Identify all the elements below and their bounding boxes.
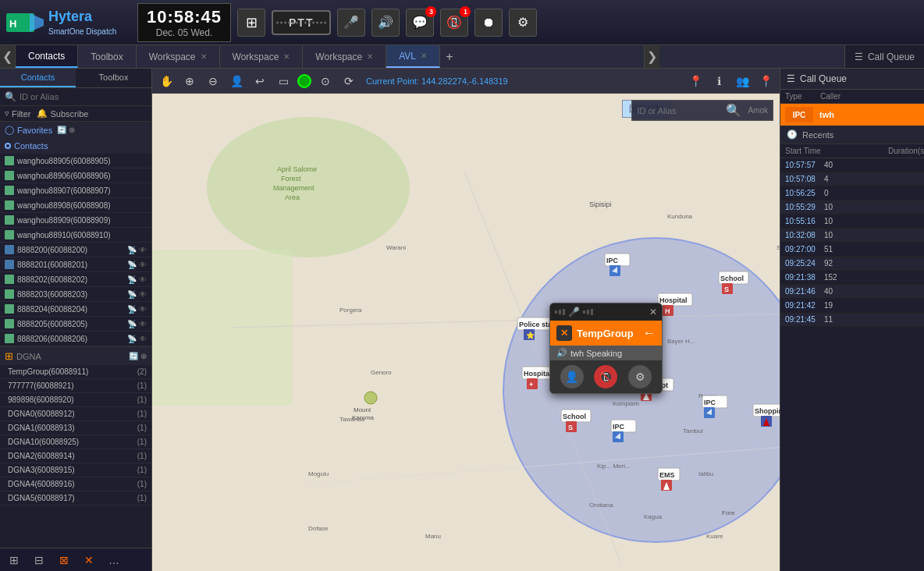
list-item[interactable]: 8888204(60088204) 📡 👁 (0, 302, 151, 317)
list-item[interactable]: 8888200(60088200) 📡 👁 (0, 243, 151, 257)
map-tool-refresh[interactable]: ⟳ (339, 72, 358, 90)
map-tool-location[interactable]: 📍 (756, 72, 775, 90)
list-item[interactable]: DGNA10(60088925) (1) (0, 435, 151, 449)
list-item[interactable]: 777777(60088921) (1) (0, 379, 151, 393)
ptt-button[interactable]: PTT (272, 10, 331, 35)
popup-user-button[interactable]: 👤 (560, 365, 584, 388)
map-tool-info[interactable]: ℹ (709, 72, 728, 90)
list-item[interactable]: wanghou88908(60088908) (0, 198, 151, 213)
call-queue-tab[interactable]: ☰ Call Queue (844, 45, 924, 68)
panel-tab-toolbox[interactable]: Toolbox (76, 69, 151, 87)
tab-avl-close[interactable]: ✕ (421, 51, 427, 60)
tab-add-button[interactable]: + (440, 45, 459, 68)
chat-button[interactable]: 💬3 (406, 9, 434, 37)
list-item[interactable]: 8888202(60088202) 📡 👁 (0, 272, 151, 287)
recent-item[interactable]: 09:21:46 40 (780, 285, 924, 299)
tab-workspace-3-close[interactable]: ✕ (367, 52, 373, 61)
tab-avl[interactable]: AVL ✕ (386, 45, 440, 68)
recent-item[interactable]: 10:57:08 4 (780, 172, 924, 186)
list-item[interactable]: wanghou88907(60088907) (0, 183, 151, 198)
filter-button[interactable]: ▿ Filter (5, 108, 30, 119)
recent-item[interactable]: 09:21:45 11 (780, 313, 924, 327)
list-item[interactable]: DGNA5(60088917) (1) (0, 491, 151, 505)
recent-item[interactable]: 10:55:16 10 (780, 215, 924, 229)
contact-id: 8888200(60088200) (17, 246, 87, 254)
dgna-item-count: (1) (137, 494, 147, 502)
recent-item[interactable]: 09:25:24 92 (780, 257, 924, 271)
settings-button[interactable]: ⚙ (509, 9, 537, 37)
list-item[interactable]: 8888201(60088201) 📡 👁 (0, 257, 151, 272)
list-item[interactable]: wanghou88909(60088909) (0, 213, 151, 228)
tab-workspace-3[interactable]: Workspace ✕ (303, 45, 386, 68)
dgna-item-label: DGNA4(60088916) (8, 480, 75, 488)
map-search-button[interactable]: 🔍 (726, 103, 741, 118)
tab-toolbox[interactable]: Toolbox (78, 45, 136, 68)
list-item[interactable]: DGNA1(60088913) (1) (0, 421, 151, 435)
signal-bar-2 (559, 310, 561, 314)
keypad-button[interactable]: ⊞ (237, 9, 265, 37)
list-item[interactable]: 8888203(60088203) 📡 👁 (0, 287, 151, 302)
map-container[interactable]: ✋ ⊕ ⊖ 👤 ↩ ▭ ⊙ ⟳ Current Point: 144.28227… (152, 69, 780, 571)
svg-text:H: H (665, 307, 670, 315)
volume-button[interactable]: 🔊 (371, 9, 400, 37)
recent-item[interactable]: 10:57:57 40 (780, 158, 924, 172)
bottom-btn-more[interactable]: … (105, 551, 123, 569)
recent-item[interactable]: 09:27:00 51 (780, 243, 924, 257)
dgna-item-label: 777777(60088921) (8, 381, 74, 390)
list-item[interactable]: 989898(60088920) (1) (0, 393, 151, 407)
phone-button[interactable]: 📵1 (440, 9, 468, 37)
panel-tab-contacts[interactable]: Contacts (0, 69, 76, 87)
subscribe-button[interactable]: 🔔 Subscribe (37, 108, 88, 119)
tab-workspace-1-close[interactable]: ✕ (201, 52, 207, 61)
map-tool-user[interactable]: 👤 (227, 72, 246, 90)
list-item[interactable]: DGNA4(60088916) (1) (0, 477, 151, 491)
recent-item[interactable]: 09:21:42 19 (780, 299, 924, 313)
map-tool-hand[interactable]: ✋ (157, 72, 176, 90)
popup-close-button[interactable]: ✕ (649, 307, 657, 317)
popup-settings-button[interactable]: ⚙ (628, 365, 652, 388)
map-tool-zoom-in[interactable]: ⊕ (180, 72, 199, 90)
recent-item[interactable]: 09:21:38 152 (780, 271, 924, 285)
bottom-btn-2[interactable]: ⊟ (30, 551, 48, 569)
call-queue-active-row[interactable]: IPC twh (780, 104, 924, 126)
contact-id: 8888201(60088201) (17, 261, 87, 269)
map-tool-network[interactable]: ⊙ (316, 72, 335, 90)
list-item[interactable]: DGNA3(60088915) (1) (0, 463, 151, 477)
dgna-item-count: (1) (137, 452, 147, 460)
map-tool-circle[interactable] (297, 74, 311, 88)
map-tool-back[interactable]: ↩ (251, 72, 269, 90)
time-display: 10:58:45 (144, 7, 224, 27)
list-item[interactable]: wanghou88906(60088906) (0, 168, 151, 183)
tab-workspace-2[interactable]: Workspace ✕ (220, 45, 304, 68)
list-item[interactable]: wanghou88910(60088910) (0, 228, 151, 243)
popup-end-button[interactable]: 📵 (594, 365, 617, 388)
list-item[interactable]: DGNA2(60088914) (1) (0, 449, 151, 463)
bottom-btn-3[interactable]: ⊠ (55, 551, 73, 569)
search-input[interactable] (20, 92, 147, 101)
tab-contacts[interactable]: Contacts (16, 45, 78, 68)
bottom-btn-1[interactable]: ⊞ (5, 551, 23, 569)
subscribe-icon: 🔔 (37, 108, 48, 119)
tab-workspace-2-close[interactable]: ✕ (283, 52, 290, 61)
svg-text:S: S (568, 424, 573, 431)
map-tool-pin[interactable]: 📍 (686, 72, 705, 90)
tab-workspace-1[interactable]: Workspace ✕ (137, 45, 220, 68)
contact-icon (5, 334, 14, 343)
recent-item[interactable]: 10:56:25 0 (780, 186, 924, 200)
map-tool-users[interactable]: 👥 (733, 72, 752, 90)
mic-button[interactable]: 🎤 (337, 9, 365, 37)
map-tool-zoom-out[interactable]: ⊖ (204, 72, 222, 90)
tab-collapse-right[interactable]: ❯ (644, 45, 659, 68)
record-button[interactable]: ⏺ (474, 9, 503, 37)
list-item[interactable]: 8888205(60088205) 📡 👁 (0, 317, 151, 332)
list-item[interactable]: 8888206(60088206) 📡 👁 (0, 332, 151, 346)
map-tool-rect[interactable]: ▭ (274, 72, 293, 90)
recent-item[interactable]: 10:32:08 10 (780, 229, 924, 243)
map-search-input[interactable] (637, 106, 723, 115)
bottom-btn-4[interactable]: ✕ (80, 551, 98, 569)
list-item[interactable]: DGNA0(60088912) (1) (0, 407, 151, 421)
tab-collapse-left[interactable]: ❮ (0, 45, 16, 68)
recent-item[interactable]: 10:55:29 10 (780, 200, 924, 215)
list-item[interactable]: TempGroup(60088911) (2) (0, 365, 151, 379)
list-item[interactable]: wanghou88905(60088905) (0, 154, 151, 168)
